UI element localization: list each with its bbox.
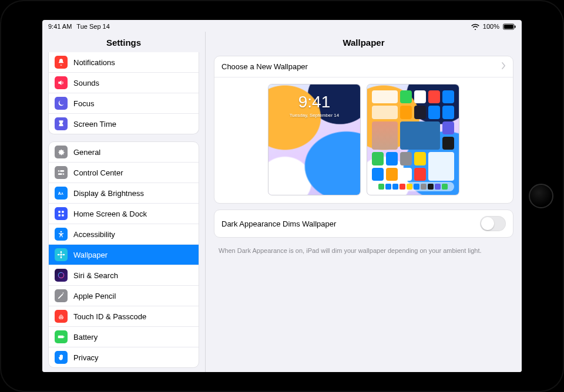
sidebar-item-general[interactable]: General [49, 142, 199, 163]
grid-icon [55, 207, 68, 220]
status-time: 9:41 AM [48, 23, 72, 30]
gear-icon [55, 146, 68, 158]
svg-rect-10 [62, 211, 64, 213]
svg-rect-9 [58, 211, 61, 213]
sidebar-item-label: Screen Time [73, 120, 116, 129]
svg-point-4 [59, 170, 61, 171]
lock-date-text: Tuesday, September 14 [268, 113, 360, 118]
svg-rect-1 [504, 25, 513, 29]
sidebar-item-apple-pencil[interactable]: Apple Pencil [49, 286, 199, 306]
sidebar-item-label: Focus [73, 99, 94, 108]
pencil-icon [55, 289, 68, 302]
sidebar-item-label: Notifications [73, 58, 115, 67]
sidebar-item-label: Apple Pencil [73, 292, 116, 300]
svg-text:A: A [58, 191, 61, 195]
siri-icon [55, 269, 68, 282]
status-date: Tue Sep 14 [76, 23, 109, 30]
sidebar-title: Settings [42, 32, 205, 52]
svg-rect-11 [58, 214, 61, 217]
sidebar-item-label: Control Center [73, 168, 123, 177]
sidebar-item-sounds[interactable]: Sounds [49, 73, 199, 93]
text-size-icon: AA [55, 187, 68, 200]
home-button[interactable] [529, 184, 553, 208]
svg-point-13 [61, 231, 62, 233]
dark-appearance-row: Dark Appearance Dims Wallpaper [214, 210, 513, 237]
home-preview-dock [372, 182, 454, 191]
sidebar-item-label: Wallpaper [73, 251, 108, 259]
accessibility-icon [55, 228, 68, 241]
sidebar-item-display-brightness[interactable]: AA Display & Brightness [49, 183, 199, 204]
sidebar-item-label: Home Screen & Dock [73, 209, 147, 218]
dark-appearance-toggle[interactable] [480, 216, 506, 231]
switches-icon [55, 166, 68, 179]
bell-icon [55, 56, 68, 69]
svg-point-19 [58, 272, 63, 278]
moon-icon [55, 97, 68, 110]
svg-rect-20 [58, 336, 63, 339]
svg-point-6 [62, 173, 63, 174]
sidebar-item-accessibility[interactable]: Accessibility [49, 224, 199, 245]
page-title: Wallpaper [206, 32, 522, 56]
choose-wallpaper-card: Choose a New Wallpaper 9:41 Tuesday, Sep… [214, 56, 513, 204]
settings-sidebar: Settings Notifications Sounds [42, 32, 206, 372]
sidebar-group-general: General Control Center AA Display & Brig… [48, 141, 199, 368]
sidebar-item-notifications[interactable]: Notifications [49, 52, 199, 73]
lock-screen-preview[interactable]: 9:41 Tuesday, September 14 [268, 85, 360, 195]
sidebar-item-focus[interactable]: Focus [49, 93, 199, 114]
svg-point-16 [61, 256, 62, 258]
sidebar-group-notifications: Notifications Sounds Focus [48, 52, 199, 134]
home-preview-grid [372, 90, 454, 181]
hourglass-icon [55, 117, 68, 130]
svg-point-17 [58, 254, 60, 256]
choose-new-wallpaper-label: Choose a New Wallpaper [221, 62, 308, 71]
svg-point-14 [60, 254, 62, 256]
battery-settings-icon [55, 330, 68, 343]
choose-new-wallpaper-row[interactable]: Choose a New Wallpaper [214, 56, 513, 77]
sidebar-item-siri-search[interactable]: Siri & Search [49, 265, 199, 286]
sidebar-item-label: General [73, 148, 100, 157]
svg-point-15 [61, 251, 62, 254]
dark-appearance-label: Dark Appearance Dims Wallpaper [221, 219, 336, 228]
svg-text:A: A [61, 192, 63, 195]
battery-icon [503, 23, 516, 30]
svg-rect-21 [63, 336, 64, 337]
svg-rect-2 [515, 25, 516, 28]
hand-icon [55, 351, 68, 364]
svg-rect-5 [58, 173, 65, 175]
svg-rect-12 [62, 214, 64, 217]
lock-screen-clock: 9:41 Tuesday, September 14 [268, 93, 360, 118]
sidebar-item-label: Touch ID & Passcode [73, 312, 146, 321]
status-battery-text: 100% [483, 23, 499, 30]
sidebar-item-home-screen-dock[interactable]: Home Screen & Dock [49, 204, 199, 224]
wallpaper-previews: 9:41 Tuesday, September 14 [214, 77, 513, 203]
status-bar: 9:41 AM Tue Sep 14 100% [42, 20, 522, 32]
svg-point-18 [62, 254, 65, 256]
sidebar-item-wallpaper[interactable]: Wallpaper [49, 245, 199, 265]
sidebar-item-label: Privacy [73, 353, 99, 362]
chevron-right-icon [502, 62, 506, 71]
sidebar-item-label: Sounds [73, 79, 99, 87]
sidebar-item-battery[interactable]: Battery [49, 327, 199, 347]
screen: 9:41 AM Tue Sep 14 100% Settings [42, 20, 522, 372]
sidebar-item-label: Accessibility [73, 230, 115, 239]
sidebar-item-label: Display & Brightness [73, 189, 144, 198]
sidebar-item-label: Battery [73, 333, 98, 342]
sidebar-item-touch-id-passcode[interactable]: Touch ID & Passcode [49, 306, 199, 327]
svg-rect-3 [58, 170, 65, 172]
lock-time-text: 9:41 [268, 93, 360, 111]
sidebar-item-privacy[interactable]: Privacy [49, 347, 199, 367]
flower-icon [55, 248, 68, 261]
dark-appearance-card: Dark Appearance Dims Wallpaper [214, 209, 513, 238]
sidebar-item-screen-time[interactable]: Screen Time [49, 114, 199, 134]
main-panel: Wallpaper Choose a New Wallpaper [206, 32, 522, 372]
dark-appearance-footer: When Dark Appearance is on, iPad will di… [206, 244, 522, 254]
speaker-icon [55, 76, 68, 89]
sidebar-item-control-center[interactable]: Control Center [49, 163, 199, 183]
sidebar-item-label: Siri & Search [73, 271, 118, 280]
wifi-icon [471, 23, 479, 30]
ipad-frame: 9:41 AM Tue Sep 14 100% Settings [0, 0, 564, 392]
fingerprint-icon [55, 310, 68, 323]
home-screen-preview[interactable] [367, 85, 459, 195]
